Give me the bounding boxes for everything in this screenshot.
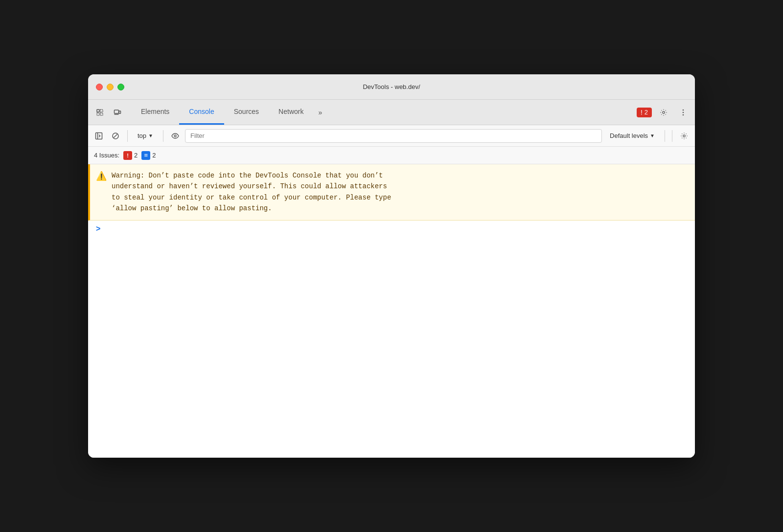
svg-rect-4: [115, 110, 119, 113]
eye-icon[interactable]: [168, 129, 182, 143]
window-title: DevTools - web.dev/: [363, 83, 420, 90]
warning-message: ⚠️ Warning: Don’t paste code into the De…: [88, 164, 695, 221]
filter-input[interactable]: [185, 129, 602, 143]
context-selector[interactable]: top ▼: [133, 130, 158, 141]
warning-triangle-icon: ⚠️: [96, 171, 107, 214]
svg-rect-11: [96, 133, 102, 139]
info-issues[interactable]: ≡ 2: [141, 151, 156, 160]
issues-warning-icon: !: [641, 109, 643, 116]
warning-text: Warning: Don’t paste code into the DevTo…: [112, 170, 391, 214]
svg-point-15: [174, 135, 176, 137]
info-count: 2: [152, 152, 156, 159]
console-toolbar: top ▼ Default levels ▼: [88, 125, 695, 147]
svg-rect-1: [97, 113, 99, 115]
svg-rect-2: [100, 110, 103, 112]
tab-sources[interactable]: Sources: [224, 100, 269, 125]
console-prompt-row: >: [88, 221, 695, 237]
issues-prefix: 4 Issues:: [94, 152, 119, 159]
context-arrow: ▼: [148, 133, 153, 138]
default-levels-button[interactable]: Default levels ▼: [605, 130, 660, 141]
svg-line-14: [114, 134, 117, 137]
toolbar-divider-2: [163, 130, 163, 142]
prompt-arrow[interactable]: >: [96, 224, 100, 233]
sidebar-toggle-button[interactable]: [92, 129, 106, 143]
svg-point-7: [663, 111, 665, 113]
default-levels-arrow: ▼: [650, 133, 655, 138]
minimize-button[interactable]: [107, 84, 114, 90]
svg-point-8: [683, 109, 684, 111]
traffic-lights: [96, 84, 124, 90]
svg-point-16: [683, 134, 685, 136]
svg-rect-5: [119, 111, 121, 113]
tab-more-button[interactable]: »: [313, 100, 327, 125]
toolbar-divider-3: [665, 130, 665, 142]
issues-bar: 4 Issues: ! 2 ≡ 2: [88, 147, 695, 164]
warn-count: 2: [134, 152, 138, 159]
context-label: top: [138, 132, 146, 139]
tab-network[interactable]: Network: [269, 100, 313, 125]
svg-point-10: [683, 114, 684, 115]
more-options-icon[interactable]: [675, 105, 691, 120]
svg-rect-0: [97, 110, 99, 112]
tab-bar: Elements Console Sources Network » ! 2: [88, 100, 695, 125]
device-toolbar-icon[interactable]: [110, 105, 125, 120]
element-picker-icon[interactable]: [92, 105, 108, 120]
warning-issues[interactable]: ! 2: [123, 151, 138, 160]
console-settings-icon[interactable]: [677, 129, 691, 143]
warn-icon: !: [123, 151, 132, 160]
main-tabs: Elements Console Sources Network »: [131, 100, 327, 125]
tab-bar-right: ! 2: [637, 105, 691, 120]
title-bar: DevTools - web.dev/: [88, 74, 695, 100]
settings-icon[interactable]: [656, 105, 671, 120]
tab-bar-left-icons: [92, 105, 125, 120]
issues-badge[interactable]: ! 2: [637, 108, 652, 117]
toolbar-divider-1: [127, 130, 128, 142]
clear-console-button[interactable]: [109, 129, 122, 143]
maximize-button[interactable]: [117, 84, 124, 90]
devtools-window: DevTools - web.dev/: [88, 74, 695, 458]
console-output: ⚠️ Warning: Don’t paste code into the De…: [88, 164, 695, 458]
toolbar-divider-4: [672, 130, 672, 142]
default-levels-label: Default levels: [610, 132, 648, 139]
info-icon: ≡: [141, 151, 150, 160]
tab-elements[interactable]: Elements: [131, 100, 179, 125]
issues-count: 2: [645, 109, 648, 116]
close-button[interactable]: [96, 84, 103, 90]
svg-point-9: [683, 111, 684, 113]
tab-console[interactable]: Console: [179, 100, 224, 125]
svg-rect-3: [100, 113, 103, 115]
